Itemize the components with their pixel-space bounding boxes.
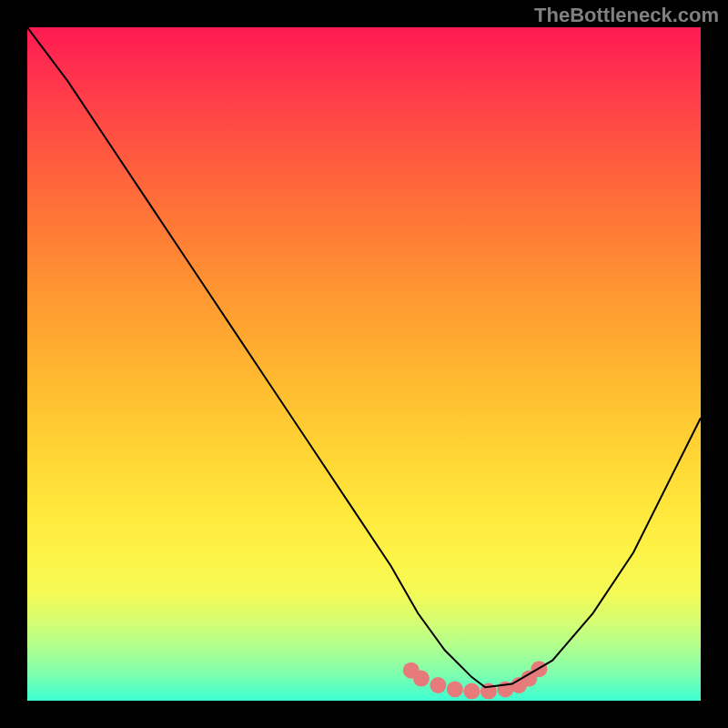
- watermark-text: TheBottleneck.com: [534, 4, 719, 27]
- bottleneck-curve: [27, 27, 701, 687]
- optimal-point-marker: [413, 671, 430, 687]
- chart-svg: [27, 27, 701, 701]
- optimal-point-marker: [430, 677, 446, 693]
- optimal-point-marker: [447, 681, 463, 697]
- optimal-point-marker: [463, 683, 480, 700]
- chart-plot-area: [27, 27, 701, 701]
